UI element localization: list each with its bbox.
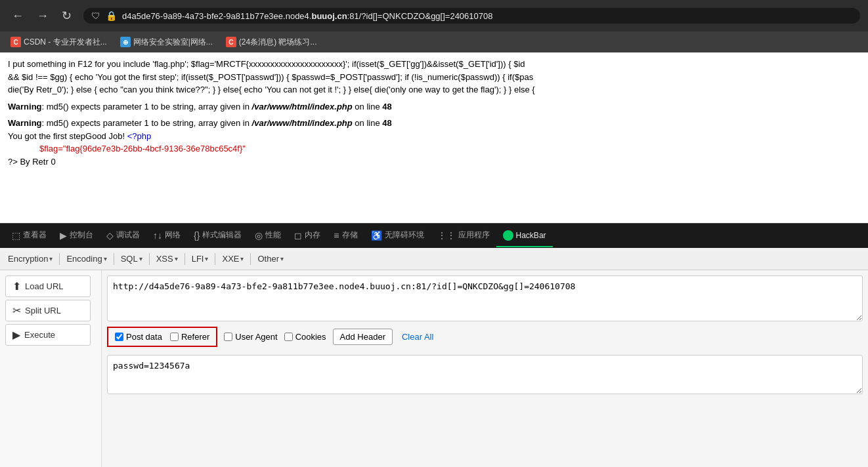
tab-accessibility[interactable]: ♿ 无障碍环境	[364, 224, 431, 247]
tab-style-label: 样式编辑器	[202, 230, 242, 241]
php-link[interactable]: <?php	[127, 131, 152, 141]
tab-debugger[interactable]: ◇ 调试器	[100, 224, 146, 247]
warning2-file: /var/www/html/index.php	[252, 118, 353, 128]
hackbar-dot-icon	[503, 230, 513, 241]
sql-arrow: ▾	[139, 255, 142, 262]
back-button[interactable]: ←	[8, 8, 28, 24]
tab-performance-label: 性能	[265, 230, 281, 241]
post-data-checkbox[interactable]	[115, 333, 123, 341]
referer-checkbox-label[interactable]: Referer	[170, 332, 209, 342]
warning2-bold: Warning	[8, 118, 42, 128]
checkboxes-row: Post data Referer	[107, 327, 217, 347]
user-agent-checkbox[interactable]	[224, 333, 232, 341]
flag-line: $flag="flag{96de7e3b-26bb-4bcf-9136-36e7…	[39, 142, 860, 155]
encoding-dropdown[interactable]: Encoding ▾	[64, 253, 109, 265]
encryption-arrow: ▾	[49, 255, 53, 262]
hackbar-toolbar: Encryption ▾ Encoding ▾ SQL ▾ XSS ▾ LFI …	[0, 248, 868, 270]
tab-inspector[interactable]: ⬚ 查看器	[5, 224, 53, 247]
success-line: You got the first stepGood Job! <?php	[8, 130, 860, 143]
warning2-rest: : md5() expects parameter 1 to be string…	[42, 118, 252, 128]
tab-apps[interactable]: ⋮⋮ 应用程序	[431, 224, 496, 247]
warning-2: Warning: md5() expects parameter 1 to be…	[8, 117, 860, 130]
other-dropdown[interactable]: Other ▾	[255, 253, 286, 265]
storage-icon: ≡	[334, 230, 339, 241]
cookies-checkbox[interactable]	[284, 333, 293, 341]
post-data-input[interactable]	[107, 355, 863, 394]
post-data-checkbox-label[interactable]: Post data	[115, 332, 162, 342]
warning1-file: /var/www/html/index.php	[252, 102, 353, 112]
tab-hackbar[interactable]: HackBar	[496, 225, 553, 247]
code-line-1: I put something in F12 for you include '…	[8, 58, 860, 71]
sql-dropdown[interactable]: SQL ▾	[118, 253, 145, 265]
php-end-line: ?> By Retr 0	[8, 155, 860, 169]
url-input[interactable]	[107, 275, 863, 321]
tab-hackbar-label: HackBar	[516, 231, 546, 240]
split-url-button[interactable]: ✂ Split URL	[5, 300, 91, 321]
sep-5	[215, 253, 215, 265]
xss-label: XSS	[156, 254, 173, 264]
address-suffix: :81/?id[]=QNKCDZO&gg[]=240610708	[347, 11, 493, 21]
style-icon: {}	[194, 230, 200, 241]
execute-button[interactable]: ▶ Execute	[5, 324, 91, 346]
shield-icon: 🛡	[91, 10, 100, 21]
lfi-dropdown[interactable]: LFI ▾	[189, 253, 211, 265]
debugger-icon: ◇	[106, 230, 114, 241]
execute-icon: ▶	[12, 329, 20, 341]
load-url-label: Load URL	[25, 281, 64, 291]
split-url-icon: ✂	[12, 304, 21, 317]
tab-style[interactable]: {} 样式编辑器	[187, 224, 248, 247]
split-url-label: Split URL	[25, 306, 61, 315]
load-url-button[interactable]: ⬆ Load URL	[5, 275, 91, 297]
tab-apps-label: 应用程序	[458, 230, 490, 241]
code-line-3: die('By Retr_0'); } else { echo "can you…	[8, 83, 860, 96]
user-agent-label: User Agent	[235, 332, 277, 342]
bookmark-net[interactable]: ⊕ 网络安全实验室|网络...	[115, 35, 218, 49]
xss-arrow: ▾	[175, 255, 178, 262]
tab-memory-label: 内存	[305, 230, 320, 241]
referer-label: Referer	[181, 332, 209, 342]
php-end: ?>	[8, 157, 18, 167]
tab-memory[interactable]: ◻ 内存	[288, 224, 327, 247]
xxe-dropdown[interactable]: XXE ▾	[219, 253, 246, 265]
sep-2	[114, 253, 114, 265]
warning-1: Warning: md5() expects parameter 1 to be…	[8, 100, 860, 113]
forward-button[interactable]: →	[33, 8, 53, 24]
xxe-label: XXE	[222, 254, 239, 264]
bookmark-csdn[interactable]: C CSDN - 专业开发者社...	[5, 35, 112, 49]
referer-checkbox[interactable]	[170, 333, 179, 341]
user-agent-checkbox-label[interactable]: User Agent	[224, 332, 277, 342]
apps-icon: ⋮⋮	[437, 230, 456, 241]
address-bar[interactable]: 🛡 🔒 d4a5de76-9a89-4a73-bfe2-9a811b77e3ee…	[83, 8, 860, 24]
hackbar-sidebar: ⬆ Load URL ✂ Split URL ▶ Execute	[0, 270, 102, 467]
clear-all-button[interactable]: Clear All	[399, 329, 436, 344]
sep-4	[184, 253, 185, 265]
cookies-checkbox-label[interactable]: Cookies	[284, 332, 326, 342]
sep-1	[59, 253, 60, 265]
xss-dropdown[interactable]: XSS ▾	[154, 253, 181, 265]
encryption-label: Encryption	[8, 254, 48, 264]
flag-value: $flag="flag{96de7e3b-26bb-4bcf-9136-36e7…	[39, 144, 246, 153]
by-retr: By Retr 0	[18, 157, 56, 167]
encryption-dropdown[interactable]: Encryption ▾	[5, 253, 55, 265]
performance-icon: ◎	[255, 230, 263, 241]
code-line-2: && $id !== $gg) { echo 'You got the firs…	[8, 71, 860, 84]
tab-console[interactable]: ▶ 控制台	[53, 224, 100, 247]
warning1-linenum: 48	[382, 102, 391, 112]
other-arrow: ▾	[280, 255, 284, 262]
warning1-line: on line	[353, 102, 383, 112]
bookmark-ctf[interactable]: C (24条消息) 靶场练习...	[221, 35, 322, 49]
devtools-bar: ⬚ 查看器 ▶ 控制台 ◇ 调试器 ↑↓ 网络 {} 样式编辑器 ◎ 性能 ◻ …	[0, 223, 868, 248]
address-prefix: d4a5de76-9a89-4a73-bfe2-9a811b77e3ee.nod…	[122, 11, 311, 21]
hackbar-main: Post data Referer User Agent Cookies Add…	[102, 270, 868, 467]
console-icon: ▶	[60, 230, 67, 241]
nav-buttons: ← → ↻	[8, 7, 76, 24]
execute-label: Execute	[24, 330, 55, 340]
tab-storage[interactable]: ≡ 存储	[327, 224, 364, 247]
sql-label: SQL	[121, 254, 138, 264]
add-header-button[interactable]: Add Header	[333, 329, 393, 345]
encoding-arrow: ▾	[104, 255, 107, 262]
bookmark-csdn-label: CSDN - 专业开发者社...	[24, 37, 107, 48]
tab-network[interactable]: ↑↓ 网络	[146, 224, 187, 247]
tab-performance[interactable]: ◎ 性能	[248, 224, 288, 247]
refresh-button[interactable]: ↻	[58, 7, 76, 24]
